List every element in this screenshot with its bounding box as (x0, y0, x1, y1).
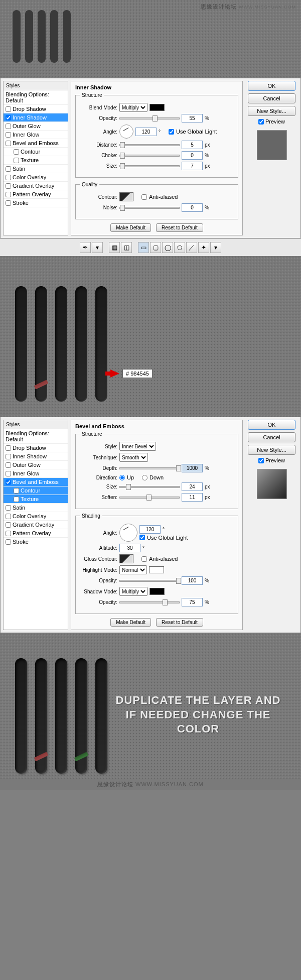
custom-shape-icon[interactable]: ✦ (198, 242, 209, 253)
make-default-button[interactable]: Make Default (110, 223, 151, 232)
noise-slider[interactable] (119, 207, 180, 209)
style-stroke-2[interactable]: Stroke (4, 538, 68, 546)
shading-angle-dial[interactable] (119, 524, 137, 542)
style-pattern-overlay-2[interactable]: Pattern Overlay (4, 529, 68, 538)
style-satin-2[interactable]: Satin (4, 504, 68, 512)
style-bevel-emboss-2[interactable]: Bevel and Emboss (4, 478, 68, 486)
altitude-input[interactable] (119, 544, 140, 552)
preview-check[interactable] (258, 119, 264, 125)
contour-check[interactable] (14, 149, 19, 155)
freeform-pen-icon[interactable]: ▾ (92, 242, 103, 253)
direction-up-radio[interactable] (119, 475, 125, 480)
rounded-rect-icon[interactable]: ▢ (150, 242, 161, 253)
style-drop-shadow[interactable]: Drop Shadow (4, 105, 68, 113)
reset-default-button-2[interactable]: Reset to Default (156, 618, 203, 627)
bevel-style-select[interactable]: Inner Bevel (119, 442, 156, 451)
satin-check[interactable] (6, 166, 11, 172)
soften-slider[interactable] (119, 497, 180, 499)
stroke-check[interactable] (6, 200, 11, 206)
bevel-check[interactable] (6, 141, 11, 146)
polygon-icon[interactable]: ⬠ (174, 242, 185, 253)
choke-slider[interactable] (119, 155, 180, 157)
shadow-opacity-slider[interactable] (119, 601, 180, 603)
shape-layers-icon[interactable]: ▦ (109, 242, 120, 253)
distance-input[interactable] (182, 141, 203, 149)
rectangle-icon[interactable]: ▭ (138, 242, 149, 253)
inner-shadow-check[interactable] (6, 115, 11, 120)
new-style-button[interactable]: New Style... (248, 106, 295, 116)
direction-down-radio[interactable] (142, 475, 147, 480)
inner-glow-check[interactable] (6, 132, 11, 138)
opacity-slider[interactable] (119, 117, 180, 119)
make-default-button-2[interactable]: Make Default (110, 618, 151, 627)
style-color-overlay[interactable]: Color Overlay (4, 173, 68, 182)
shading-angle-input[interactable] (139, 525, 161, 534)
drop-shadow-check[interactable] (6, 106, 11, 112)
contour-picker[interactable] (119, 192, 133, 201)
cancel-button[interactable]: Cancel (248, 93, 295, 103)
outer-glow-check[interactable] (6, 124, 11, 129)
size-input[interactable] (182, 162, 203, 170)
style-inner-shadow-2[interactable]: Inner Shadow (4, 452, 68, 461)
shadow-mode-select[interactable]: Multiply (119, 587, 147, 596)
opacity-input[interactable] (182, 114, 203, 122)
style-inner-glow-2[interactable]: Inner Glow (4, 469, 68, 478)
antialiased-check[interactable] (141, 194, 147, 200)
new-style-button-2[interactable]: New Style... (248, 445, 295, 455)
ok-button-2[interactable]: OK (248, 420, 295, 430)
style-gradient-overlay-2[interactable]: Gradient Overlay (4, 521, 68, 529)
distance-slider[interactable] (119, 144, 180, 146)
style-stroke[interactable]: Stroke (4, 199, 68, 207)
texture-check[interactable] (14, 158, 19, 163)
style-inner-shadow[interactable]: Inner Shadow (4, 113, 68, 122)
blend-mode-select[interactable]: Multiply (119, 103, 147, 112)
cancel-button-2[interactable]: Cancel (248, 432, 295, 442)
style-texture-2[interactable]: Texture (4, 495, 68, 504)
style-drop-shadow-2[interactable]: Drop Shadow (4, 444, 68, 452)
style-texture[interactable]: Texture (4, 156, 68, 165)
style-contour[interactable]: Contour (4, 148, 68, 156)
technique-select[interactable]: Smooth (119, 453, 148, 462)
shadow-opacity-input[interactable] (182, 598, 203, 606)
style-color-overlay-2[interactable]: Color Overlay (4, 512, 68, 521)
pen-tool-icon[interactable]: ✒ (80, 242, 91, 253)
angle-input[interactable] (135, 128, 157, 136)
style-outer-glow[interactable]: Outer Glow (4, 122, 68, 131)
size-slider[interactable] (119, 165, 180, 167)
gloss-antialiased-check[interactable] (141, 556, 147, 562)
style-bevel-emboss[interactable]: Bevel and Emboss (4, 139, 68, 148)
blending-options[interactable]: Blending Options: Default (4, 90, 68, 105)
line-icon[interactable]: ／ (186, 242, 197, 253)
shadow-color-swatch-2[interactable] (149, 588, 165, 595)
style-satin[interactable]: Satin (4, 165, 68, 173)
ok-button[interactable]: OK (248, 81, 295, 91)
style-outer-glow-2[interactable]: Outer Glow (4, 461, 68, 469)
preview-check-2[interactable] (258, 458, 264, 463)
ellipse-icon[interactable]: ◯ (162, 242, 173, 253)
color-overlay-check[interactable] (6, 175, 11, 180)
highlight-color-swatch[interactable] (149, 566, 164, 573)
depth-slider[interactable] (119, 467, 180, 469)
paths-icon[interactable]: ◫ (121, 242, 132, 253)
bevel-size-slider[interactable] (119, 486, 180, 488)
options-icon[interactable]: ▾ (210, 242, 221, 253)
style-pattern-overlay[interactable]: Pattern Overlay (4, 190, 68, 199)
noise-input[interactable] (182, 203, 203, 212)
shadow-color-swatch[interactable] (149, 104, 165, 111)
style-inner-glow[interactable]: Inner Glow (4, 131, 68, 139)
style-contour-2[interactable]: Contour (4, 486, 68, 495)
depth-input[interactable] (182, 464, 203, 472)
highlight-mode-select[interactable]: Normal (119, 565, 147, 574)
gradient-overlay-check[interactable] (6, 183, 11, 189)
global-light-check-2[interactable] (139, 535, 145, 540)
style-gradient-overlay[interactable]: Gradient Overlay (4, 182, 68, 190)
blending-options-2[interactable]: Blending Options: Default (4, 429, 68, 444)
gloss-contour-picker[interactable] (119, 554, 133, 563)
angle-dial[interactable] (119, 125, 133, 139)
choke-input[interactable] (182, 151, 203, 160)
reset-default-button[interactable]: Reset to Default (156, 223, 203, 232)
highlight-opacity-input[interactable] (182, 576, 203, 585)
bevel-size-input[interactable] (182, 482, 203, 491)
global-light-check[interactable] (169, 129, 174, 135)
soften-input[interactable] (182, 493, 203, 502)
